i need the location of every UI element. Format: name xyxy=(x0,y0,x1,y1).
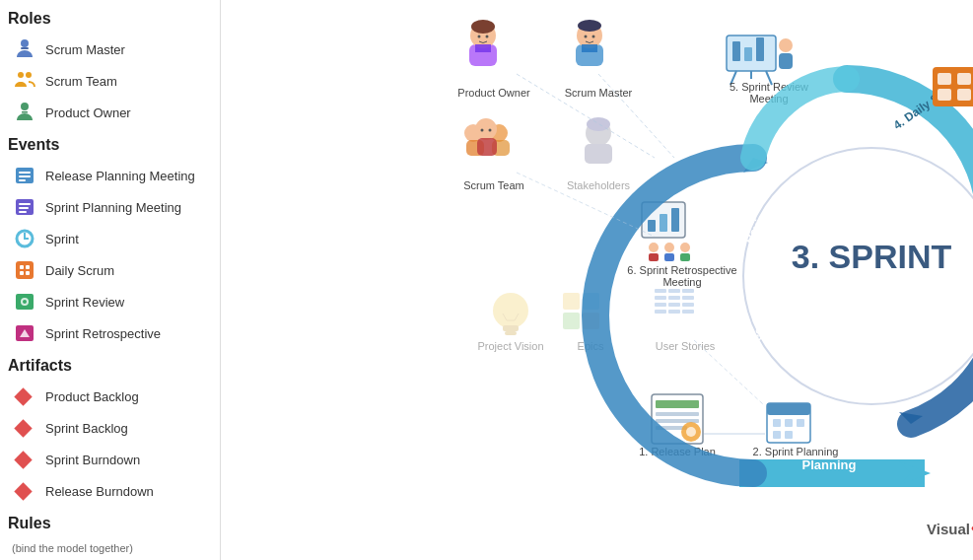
sidebar-item-sprint-review[interactable]: Sprint Review xyxy=(8,286,212,317)
svg-point-4 xyxy=(21,103,29,110)
scrum-master-label: Scrum Master xyxy=(45,42,125,57)
project-vision-label: Project Vision xyxy=(477,340,543,352)
svg-rect-51 xyxy=(563,293,580,310)
rules-sub-label: (bind the model together) xyxy=(12,542,133,554)
stakeholders-figure xyxy=(585,117,612,164)
sidebar-item-sprint-burndown[interactable]: Sprint Burndown xyxy=(8,444,212,475)
sprint-planning-label: Sprint Planning Meeting xyxy=(45,200,181,215)
svg-point-0 xyxy=(21,39,29,47)
rules-section-title: Rules xyxy=(8,515,212,532)
svg-rect-15 xyxy=(16,261,34,279)
sidebar-item-sprint-retro[interactable]: Sprint Retrospective xyxy=(8,317,212,349)
svg-rect-53 xyxy=(563,313,580,329)
sprint-review-label: Sprint Review xyxy=(45,295,124,310)
svg-rect-65 xyxy=(668,310,680,314)
svg-rect-98 xyxy=(773,431,781,439)
sprint-burndown-diamond-icon xyxy=(12,447,37,472)
svg-point-30 xyxy=(486,35,489,38)
svg-rect-28 xyxy=(475,44,491,52)
sidebar-item-release-planning[interactable]: Release Planning Meeting xyxy=(8,160,212,191)
svg-rect-66 xyxy=(682,310,694,314)
release-burndown-diamond-icon xyxy=(12,478,37,504)
svg-point-29 xyxy=(478,35,481,38)
scrum-master-icon xyxy=(12,36,37,62)
svg-rect-62 xyxy=(668,303,680,307)
sidebar-item-sprint-backlog[interactable]: Sprint Backlog xyxy=(8,412,212,444)
sprint-retro-icon xyxy=(12,320,37,346)
svg-rect-5 xyxy=(22,111,28,113)
sidebar-item-release-burndown[interactable]: Release Burndown xyxy=(8,475,212,507)
svg-rect-114 xyxy=(938,89,951,101)
svg-rect-47 xyxy=(585,144,612,164)
svg-rect-68 xyxy=(732,41,740,61)
svg-point-3 xyxy=(26,72,32,78)
svg-rect-58 xyxy=(655,296,666,300)
svg-rect-1 xyxy=(21,47,29,49)
svg-rect-13 xyxy=(19,211,27,213)
svg-rect-83 xyxy=(664,253,674,261)
release-burndown-label: Release Burndown xyxy=(45,484,154,499)
sprint-retro-label: Sprint Retrospective xyxy=(45,326,161,341)
release-planning-label: Release Planning Meeting xyxy=(45,169,195,183)
vp-logo-text-before: Visual xyxy=(927,521,970,537)
product-owner-label: Product Owner xyxy=(45,105,131,120)
svg-rect-95 xyxy=(773,419,781,427)
svg-rect-97 xyxy=(797,419,804,427)
svg-rect-88 xyxy=(656,412,699,416)
svg-point-74 xyxy=(779,38,793,52)
svg-rect-56 xyxy=(668,289,680,293)
svg-point-41 xyxy=(475,118,497,140)
stakeholders-node-label: Stakeholders xyxy=(567,179,631,191)
sidebar-item-sprint[interactable]: Sprint xyxy=(8,223,212,254)
svg-rect-85 xyxy=(680,253,690,261)
svg-point-35 xyxy=(585,35,588,38)
svg-rect-79 xyxy=(671,208,679,232)
svg-point-84 xyxy=(680,243,690,252)
sprint-backlog-diamond-icon xyxy=(12,415,37,441)
svg-point-22 xyxy=(23,300,27,304)
svg-rect-12 xyxy=(19,207,29,209)
svg-rect-70 xyxy=(756,37,764,61)
svg-rect-7 xyxy=(19,172,31,174)
svg-rect-57 xyxy=(682,289,694,293)
svg-rect-60 xyxy=(682,296,694,300)
user-stories-label: User Stories xyxy=(656,340,716,352)
svg-rect-69 xyxy=(744,47,752,61)
svg-point-33 xyxy=(578,20,601,32)
svg-rect-50 xyxy=(505,331,517,335)
svg-point-92 xyxy=(686,427,696,437)
daily-scrum-label: Daily Scrum xyxy=(45,263,114,278)
release-planning-icon xyxy=(12,163,37,188)
sidebar-item-scrum-master[interactable]: Scrum Master xyxy=(8,34,212,65)
scrum-master-figure xyxy=(576,20,603,66)
sidebar-item-product-backlog[interactable]: Product Backlog xyxy=(8,381,212,412)
events-section-title: Events xyxy=(8,136,212,154)
svg-point-44 xyxy=(489,129,492,132)
svg-point-27 xyxy=(471,20,495,34)
sprint-burndown-label: Sprint Burndown xyxy=(45,453,140,467)
svg-rect-87 xyxy=(656,400,699,408)
svg-point-48 xyxy=(493,293,528,328)
product-owner-icon xyxy=(12,100,37,125)
svg-rect-115 xyxy=(957,89,971,101)
scrum-team-label: Scrum Team xyxy=(45,74,117,89)
svg-rect-64 xyxy=(655,310,666,314)
svg-rect-81 xyxy=(649,253,659,261)
svg-rect-61 xyxy=(655,303,666,307)
svg-point-36 xyxy=(592,35,595,38)
sidebar-item-sprint-planning[interactable]: Sprint Planning Meeting xyxy=(8,191,212,223)
svg-rect-94 xyxy=(767,403,810,415)
sprint-retro-node-label2: Meeting xyxy=(662,276,701,288)
svg-rect-8 xyxy=(19,175,31,177)
sidebar-item-daily-scrum[interactable]: Daily Scrum xyxy=(8,254,212,286)
svg-rect-113 xyxy=(957,73,971,85)
sidebar-item-scrum-team[interactable]: Scrum Team xyxy=(8,65,212,97)
sidebar-item-product-owner[interactable]: Product Owner xyxy=(8,97,212,128)
artifacts-section-title: Artifacts xyxy=(8,357,212,375)
scrum-team-icon xyxy=(12,68,37,94)
sprint-planning-icon xyxy=(767,403,810,443)
svg-point-43 xyxy=(481,129,484,132)
svg-rect-96 xyxy=(785,419,793,427)
svg-point-82 xyxy=(664,243,674,252)
product-backlog-diamond-icon xyxy=(12,384,37,409)
